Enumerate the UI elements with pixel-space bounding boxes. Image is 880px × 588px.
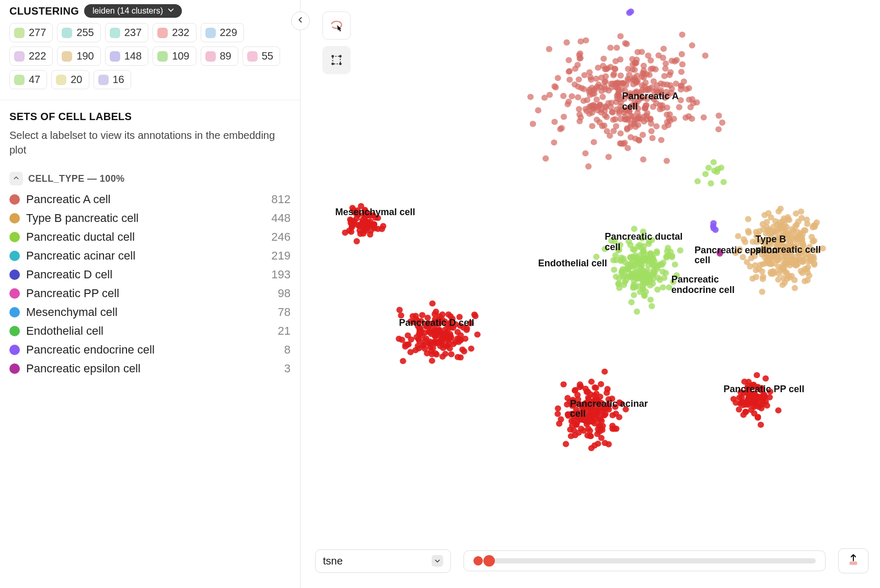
svg-point-765 — [592, 384, 598, 391]
svg-point-1312 — [783, 231, 789, 237]
svg-point-986 — [593, 254, 599, 260]
label-name: Pancreatic D cell — [26, 268, 112, 281]
cluster-chip[interactable]: 222 — [9, 46, 53, 66]
svg-point-288 — [655, 52, 662, 58]
svg-point-1058 — [663, 254, 669, 261]
svg-point-766 — [609, 396, 615, 402]
svg-point-146 — [577, 38, 584, 44]
svg-point-431 — [370, 221, 376, 228]
label-row[interactable]: Pancreatic acinar cell 219 — [9, 249, 291, 263]
cluster-chip[interactable]: 20 — [51, 70, 89, 89]
cluster-chip[interactable]: 255 — [57, 23, 100, 42]
svg-point-965 — [608, 238, 615, 244]
label-row[interactable]: Pancreatic ductal cell 246 — [9, 230, 291, 244]
chip-count: 20 — [71, 74, 82, 86]
svg-point-1160 — [759, 289, 765, 295]
embedding-selector[interactable]: tsne — [315, 549, 451, 573]
svg-point-768 — [605, 402, 611, 408]
svg-point-590 — [435, 339, 441, 345]
box-select-tool[interactable] — [322, 46, 351, 74]
svg-point-293 — [626, 109, 632, 115]
point-size-slider[interactable] — [464, 550, 826, 571]
svg-point-1325 — [770, 271, 776, 277]
svg-point-553 — [408, 336, 414, 343]
clustering-selector[interactable]: leiden (14 clusters) — [84, 4, 182, 18]
svg-point-306 — [566, 68, 573, 74]
label-row[interactable]: Endothelial cell 21 — [9, 324, 291, 338]
lasso-select-tool[interactable] — [322, 11, 351, 40]
svg-point-1362 — [710, 159, 716, 166]
label-name: Type B pancreatic cell — [26, 211, 138, 225]
svg-point-574 — [400, 358, 406, 364]
svg-point-863 — [745, 383, 751, 389]
svg-point-943 — [639, 236, 645, 242]
cluster-chip[interactable]: 237 — [105, 23, 148, 42]
svg-point-730 — [588, 379, 595, 385]
svg-point-263 — [616, 110, 622, 116]
svg-point-861 — [733, 399, 739, 406]
labelset-collapse-button[interactable] — [9, 172, 23, 185]
svg-point-238 — [678, 97, 684, 103]
svg-point-583 — [464, 325, 470, 332]
scatter-canvas[interactable] — [300, 0, 880, 539]
svg-point-759 — [586, 411, 593, 418]
chip-count: 55 — [262, 50, 273, 62]
svg-point-278 — [602, 112, 608, 119]
svg-point-576 — [447, 331, 453, 337]
svg-point-566 — [447, 345, 453, 351]
svg-point-1056 — [672, 262, 678, 268]
svg-point-383 — [342, 230, 348, 236]
cluster-chip[interactable]: 16 — [94, 70, 131, 89]
svg-point-1054 — [660, 260, 666, 266]
label-row[interactable]: Pancreatic D cell 193 — [9, 268, 291, 281]
cluster-chip[interactable]: 89 — [201, 46, 238, 66]
svg-point-354 — [574, 62, 581, 68]
chevron-up-icon — [13, 174, 19, 183]
cluster-chip[interactable]: 55 — [242, 46, 280, 66]
svg-point-1359 — [694, 178, 701, 184]
upload-button[interactable] — [838, 548, 869, 573]
svg-point-32 — [527, 94, 534, 100]
svg-point-153 — [594, 97, 600, 103]
cluster-chip[interactable]: 47 — [9, 70, 47, 89]
svg-point-91 — [662, 65, 668, 72]
chip-count: 148 — [124, 50, 142, 62]
slider-track[interactable] — [489, 558, 816, 563]
label-row[interactable]: Type B pancreatic cell 448 — [9, 211, 291, 225]
label-name: Pancreatic epsilon cell — [26, 362, 141, 375]
label-row[interactable]: Pancreatic A cell 812 — [9, 193, 291, 206]
cluster-chip[interactable]: 148 — [105, 46, 148, 66]
cluster-chip[interactable]: 232 — [153, 23, 196, 42]
label-row[interactable]: Pancreatic PP cell 98 — [9, 287, 291, 300]
cluster-chip[interactable]: 277 — [9, 23, 53, 42]
svg-point-772 — [594, 410, 600, 416]
collapse-sidebar-button[interactable] — [291, 11, 310, 30]
label-row[interactable]: Pancreatic endocrine cell 8 — [9, 343, 291, 357]
cluster-chip[interactable]: 190 — [57, 46, 100, 66]
slider-thumb[interactable] — [483, 555, 495, 567]
svg-point-771 — [573, 410, 579, 417]
svg-point-996 — [621, 282, 627, 288]
svg-point-731 — [563, 441, 569, 447]
svg-point-750 — [584, 389, 590, 395]
label-name: Pancreatic PP cell — [26, 287, 119, 300]
chip-count: 109 — [172, 50, 189, 62]
chevron-down-icon — [167, 6, 175, 16]
label-row[interactable]: Pancreatic epsilon cell 3 — [9, 362, 291, 375]
svg-point-358 — [621, 140, 628, 146]
svg-point-1256 — [740, 236, 747, 242]
svg-point-310 — [634, 49, 641, 55]
cluster-chip[interactable]: 109 — [153, 46, 196, 66]
label-row[interactable]: Mesenchymal cell 78 — [9, 305, 291, 319]
svg-point-195 — [590, 139, 597, 145]
svg-point-591 — [415, 318, 421, 324]
cluster-chip[interactable]: 229 — [201, 23, 244, 42]
svg-point-255 — [611, 65, 618, 72]
embedding-plot[interactable]: Pancreatic AcellMesenchymal cellPancreat… — [300, 0, 880, 539]
svg-point-155 — [576, 106, 582, 112]
svg-point-1322 — [764, 224, 770, 230]
chevron-down-icon — [432, 555, 443, 567]
svg-point-712 — [589, 419, 596, 425]
svg-point-27 — [649, 135, 655, 142]
svg-point-799 — [754, 372, 760, 378]
